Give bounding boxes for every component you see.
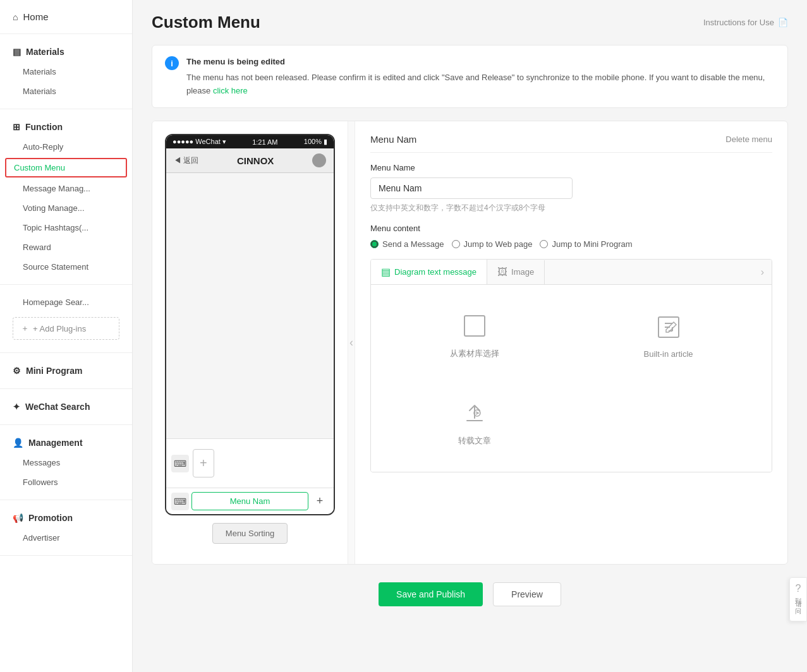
- phone-keyboard-button[interactable]: ⌨: [171, 493, 189, 510]
- preview-button[interactable]: Preview: [493, 582, 561, 606]
- wechat-search-icon: ✦: [13, 402, 20, 412]
- sidebar-home-label: Home: [23, 11, 48, 22]
- panel-header: Menu Nam Delete menu: [370, 134, 772, 153]
- sidebar-item-custom-menu[interactable]: Custom Menu: [5, 158, 127, 177]
- sidebar: Home Materials Materials Materials Funct…: [0, 0, 133, 672]
- floating-line-2: 到: [795, 597, 801, 606]
- keyboard-icon[interactable]: ⌨: [171, 455, 189, 472]
- radio-send-message[interactable]: Send a Message: [370, 239, 444, 249]
- radio-jump-web-input[interactable]: [452, 240, 460, 248]
- phone-signal: ●●●●● WeChat ▾: [173, 138, 226, 146]
- menu-name-hint: 仅支持中英文和数字，字数不超过4个汉字或8个字母: [370, 203, 772, 213]
- sidebar-item-home[interactable]: Home: [0, 0, 132, 34]
- content-tab-bar: ▤ Diagram text message 🖼 Image ›: [371, 260, 772, 285]
- sidebar-materials-header[interactable]: Materials: [0, 42, 132, 62]
- radio-jump-web[interactable]: Jump to Web page: [452, 239, 533, 249]
- menu-name-input[interactable]: [370, 177, 573, 199]
- repost-icon: [459, 397, 490, 429]
- promotion-icon: 📢: [13, 513, 23, 523]
- sidebar-management-header[interactable]: 👤 Management: [0, 433, 132, 453]
- collapse-arrow[interactable]: ‹: [348, 121, 355, 564]
- content-tabs: ▤ Diagram text message 🖼 Image ›: [370, 259, 772, 472]
- floating-line-3: 问: [795, 607, 801, 616]
- home-icon: [13, 11, 18, 22]
- main-content: Custom Menu Instructions for Use 📄 i The…: [133, 0, 807, 672]
- radio-group: Send a Message Jump to Web page Jump to …: [370, 239, 772, 249]
- phone-add-menu-button[interactable]: +: [193, 449, 214, 477]
- tab-image[interactable]: 🖼 Image: [487, 260, 545, 284]
- phone-back-button[interactable]: ◀ 返回: [174, 155, 198, 166]
- panel-header-title: Menu Nam: [370, 134, 416, 145]
- option-builtin[interactable]: Built-in article: [578, 299, 759, 371]
- phone-nav-bar: ◀ 返回 CINNOX: [166, 148, 334, 173]
- phone-mockup: ●●●●● WeChat ▾ 1:21 AM 100% ▮ ◀ 返回 CINNO…: [165, 134, 335, 515]
- phone-app-title: CINNOX: [203, 155, 307, 166]
- phone-time: 1:21 AM: [252, 138, 277, 146]
- mini-program-icon: ⚙: [13, 366, 21, 376]
- builtin-icon: [653, 311, 684, 343]
- content-body: 从素材库选择 Built-in article: [371, 285, 772, 472]
- delete-menu-button[interactable]: Delete menu: [725, 135, 772, 144]
- phone-menu-bar: ⌨ +: [166, 438, 334, 488]
- sidebar-wechat-search-header[interactable]: ✦ WeChat Search: [0, 397, 132, 417]
- sidebar-item-reward[interactable]: Reward: [0, 237, 132, 257]
- option-repost[interactable]: 转载文章: [384, 385, 565, 459]
- sidebar-item-auto-reply[interactable]: Auto-Reply: [0, 137, 132, 157]
- tab-arrow-icon[interactable]: ›: [753, 260, 772, 284]
- add-plugins-button[interactable]: ＋ + Add Plug-ins: [13, 317, 119, 340]
- menu-sorting-button[interactable]: Menu Sorting: [212, 523, 288, 544]
- radio-send-message-label: Send a Message: [382, 239, 444, 249]
- plus-icon: ＋: [21, 323, 29, 334]
- sidebar-function-header[interactable]: Function: [0, 117, 132, 137]
- sidebar-item-homepage-search[interactable]: Homepage Sear...: [0, 292, 132, 312]
- sidebar-item-source-statement[interactable]: Source Statement: [0, 257, 132, 277]
- info-title: The menu is being edited: [186, 56, 775, 69]
- info-text: The menu is being edited The menu has no…: [186, 56, 775, 97]
- content-area: ●●●●● WeChat ▾ 1:21 AM 100% ▮ ◀ 返回 CINNO…: [152, 121, 788, 565]
- sidebar-section-mini-program: ⚙ Mini Program: [0, 353, 132, 389]
- sidebar-item-followers[interactable]: Followers: [0, 472, 132, 492]
- svg-rect-0: [464, 316, 485, 336]
- diagram-icon: ▤: [381, 266, 391, 278]
- radio-jump-mini[interactable]: Jump to Mini Program: [540, 239, 632, 249]
- option-repost-label: 转载文章: [458, 435, 491, 447]
- sidebar-promotion-header[interactable]: 📢 Promotion: [0, 508, 132, 528]
- tab-image-label: Image: [511, 267, 534, 277]
- tab-diagram[interactable]: ▤ Diagram text message: [371, 260, 487, 284]
- sidebar-item-advertiser[interactable]: Advertiser: [0, 528, 132, 548]
- page-title: Custom Menu: [152, 13, 260, 32]
- instructions-link[interactable]: Instructions for Use 📄: [703, 18, 788, 27]
- sidebar-section-materials: Materials Materials Materials: [0, 34, 132, 109]
- radio-jump-mini-input[interactable]: [540, 240, 548, 248]
- option-library[interactable]: 从素材库选择: [384, 297, 565, 372]
- floating-help[interactable]: ? 请 到 问: [789, 577, 807, 621]
- sidebar-item-messages[interactable]: Messages: [0, 453, 132, 472]
- save-publish-button[interactable]: Save and Publish: [379, 582, 483, 606]
- signal-text: ●●●●● WeChat ▾: [173, 138, 226, 146]
- sidebar-section-wechat-search: ✦ WeChat Search: [0, 389, 132, 425]
- sidebar-item-topic-hashtags[interactable]: Topic Hashtags(...: [0, 218, 132, 237]
- sidebar-item-voting-manage[interactable]: Voting Manage...: [0, 198, 132, 218]
- sidebar-item-materials-2[interactable]: Materials: [0, 81, 132, 101]
- image-tab-icon: 🖼: [497, 267, 507, 278]
- info-banner: i The menu is being edited The menu has …: [152, 45, 788, 108]
- option-builtin-label: Built-in article: [643, 349, 693, 359]
- radio-jump-web-label: Jump to Web page: [464, 239, 533, 249]
- help-question-icon: ?: [796, 583, 801, 594]
- phone-body: [166, 173, 334, 438]
- sidebar-item-message-manage[interactable]: Message Manag...: [0, 179, 132, 198]
- phone-panel: ●●●●● WeChat ▾ 1:21 AM 100% ▮ ◀ 返回 CINNO…: [152, 121, 348, 564]
- info-link[interactable]: click here: [213, 86, 248, 95]
- sidebar-section-management: 👤 Management Messages Followers: [0, 425, 132, 500]
- library-icon: [459, 310, 490, 342]
- sidebar-item-materials-1[interactable]: Materials: [0, 62, 132, 81]
- sidebar-section-plugins: Homepage Sear... ＋ + Add Plug-ins: [0, 285, 132, 353]
- phone-add-submenu-button[interactable]: +: [311, 493, 329, 510]
- radio-send-message-input[interactable]: [370, 240, 379, 248]
- phone-battery: 100% ▮: [304, 138, 327, 146]
- document-icon: 📄: [778, 18, 788, 27]
- info-description: The menu has not been released. Please c…: [186, 73, 765, 95]
- phone-menu-item[interactable]: Menu Nam: [191, 492, 308, 510]
- phone-status-bar: ●●●●● WeChat ▾ 1:21 AM 100% ▮: [166, 135, 334, 148]
- sidebar-mini-program-header[interactable]: ⚙ Mini Program: [0, 361, 132, 381]
